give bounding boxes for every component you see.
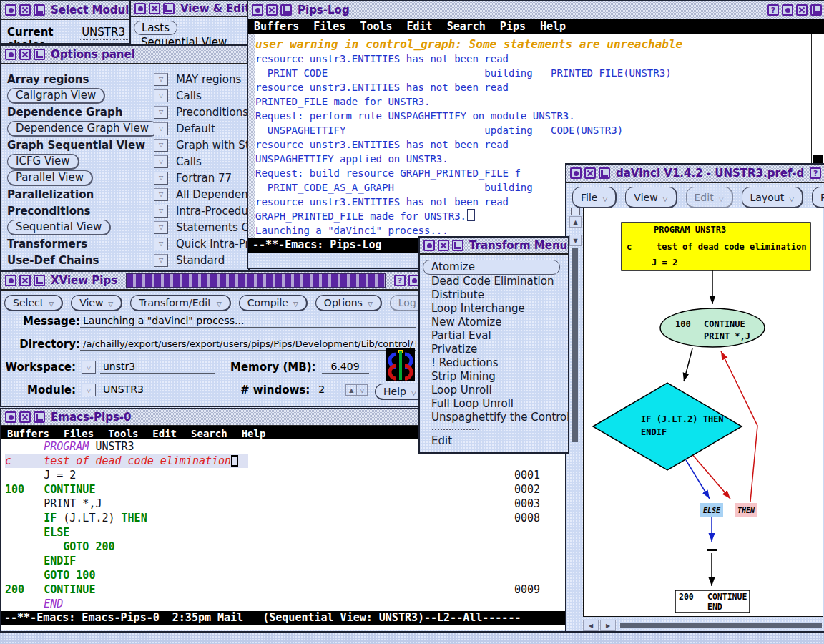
menu-pill-button[interactable]: Layout — [742, 187, 804, 208]
option-value[interactable]: Quick Intra-Proce — [176, 238, 250, 250]
menubar-item[interactable]: Tools — [108, 428, 138, 439]
help-icon[interactable] — [810, 167, 821, 179]
dropdown-menu-icon[interactable] — [154, 238, 168, 250]
dropdown-menu-icon[interactable] — [154, 254, 168, 267]
scrollbar-anchor[interactable] — [571, 208, 580, 215]
menu-pill-button[interactable]: View — [625, 187, 677, 208]
option-view-button[interactable]: Dependence Graph View — [7, 121, 158, 137]
junction-node[interactable] — [707, 549, 717, 551]
menubar-item[interactable]: Buffers — [254, 20, 299, 33]
dropdown-menu-icon[interactable] — [154, 221, 168, 234]
dropdown-menu-icon[interactable] — [154, 106, 168, 119]
windows-stepper[interactable]: ▲▽ — [345, 384, 368, 396]
window-menu-icon[interactable] — [252, 4, 263, 16]
window-menu-icon[interactable] — [423, 240, 435, 251]
window-minimize-icon[interactable] — [599, 167, 610, 179]
menu-item[interactable]: Distribute — [420, 288, 568, 301]
menu-item[interactable]: Lasts — [134, 21, 248, 35]
module-menu-icon[interactable] — [82, 384, 96, 396]
dropdown-menu-icon[interactable] — [154, 122, 168, 135]
module-value[interactable]: UNSTR3 — [100, 384, 215, 396]
options-panel-titlebar[interactable]: Options panel — [1, 46, 248, 64]
edge-cond-to-else[interactable] — [686, 460, 710, 499]
dropdown-menu-icon[interactable] — [154, 89, 168, 102]
menu-item[interactable]: Partial Eval — [420, 328, 568, 342]
window-menu-icon[interactable] — [5, 49, 16, 60]
code-buffer[interactable]: PROGRAM UNSTR3c test of dead code elimin… — [1, 439, 556, 611]
workspace-menu-icon[interactable] — [82, 361, 96, 374]
window-pin-icon[interactable] — [19, 411, 31, 423]
menu-item[interactable]: Loop Interchange — [420, 301, 568, 315]
menu-pill-button[interactable]: Select — [4, 295, 63, 311]
option-value[interactable]: Intra-Procedural A — [176, 205, 250, 218]
option-value[interactable]: Standard — [176, 254, 225, 267]
window-pin-icon[interactable] — [149, 3, 160, 14]
view-edit-titlebar[interactable]: View & Edit Me — [131, 1, 248, 17]
option-view-button[interactable]: Sequential View — [7, 220, 111, 235]
option-value[interactable]: MAY regions — [176, 73, 241, 86]
help-icon[interactable] — [767, 4, 779, 16]
option-view-button[interactable]: Parallel View — [7, 170, 93, 186]
option-value[interactable]: Graph with Statem — [176, 139, 250, 152]
option-view-button[interactable]: Parallelization — [7, 188, 94, 201]
edge-loop-to-cond[interactable] — [684, 348, 692, 381]
menubar-item[interactable]: Pips — [500, 20, 526, 33]
menu-item[interactable]: Atomize — [420, 260, 568, 274]
window-menu-icon[interactable] — [134, 3, 146, 14]
window-pin-icon[interactable] — [19, 49, 31, 60]
scrollbar-thumb[interactable] — [572, 248, 578, 442]
directory-value[interactable]: /a/chailly/export/users/export/users/pip… — [80, 338, 416, 351]
option-view-button[interactable]: Dependence Graph — [7, 106, 122, 119]
scroll-down-icon[interactable]: ▼ — [569, 235, 582, 246]
window-menu-icon[interactable] — [5, 275, 16, 286]
window-minimize-icon[interactable] — [810, 4, 822, 16]
menu-item[interactable]: Privatize — [420, 342, 568, 356]
scroll-right-icon[interactable]: ▶ — [600, 620, 616, 631]
option-view-button[interactable]: Preconditions — [7, 205, 91, 218]
window-pin-icon[interactable] — [266, 4, 278, 16]
option-value[interactable]: Fortran 77 — [176, 172, 232, 185]
window-pin-icon[interactable] — [438, 240, 449, 251]
menu-pill-button[interactable]: View — [71, 295, 122, 311]
option-view-button[interactable]: Graph Sequential View — [7, 139, 145, 152]
option-value[interactable]: Calls — [176, 89, 202, 102]
help-button[interactable]: Help — [375, 384, 425, 400]
dropdown-menu-icon[interactable] — [154, 172, 168, 185]
option-value[interactable]: Statements Only — [176, 221, 250, 234]
dropdown-menu-icon[interactable] — [154, 155, 168, 168]
menu-item[interactable]: ! Reductions — [420, 356, 568, 369]
window-pin-icon[interactable] — [796, 4, 808, 16]
window-menu-icon[interactable] — [782, 4, 793, 16]
windows-value[interactable]: 2 — [315, 384, 341, 396]
dropdown-menu-icon[interactable] — [154, 139, 168, 152]
window-minimize-icon[interactable] — [34, 411, 45, 423]
davinci-graph-canvas[interactable]: PROGRAM UNSTR3 c test of dead code elimi… — [583, 208, 823, 617]
window-minimize-icon[interactable] — [34, 275, 45, 286]
dropdown-menu-icon[interactable] — [154, 188, 168, 201]
menu-item[interactable]: Dead Code Elimination — [420, 274, 568, 288]
menu-item[interactable]: Unspaghettify the Control Gra — [420, 410, 568, 424]
edge-cond-to-then[interactable] — [691, 453, 730, 499]
graph-vertical-scrollbar[interactable]: ▲ ▼ — [569, 208, 581, 617]
window-pin-icon[interactable] — [19, 4, 31, 16]
menubar-item[interactable]: Files — [64, 428, 94, 439]
workspace-value[interactable]: unstr3 — [100, 361, 215, 374]
menu-item[interactable]: Strip Mining — [420, 369, 568, 383]
option-view-button[interactable]: Array regions — [7, 73, 89, 86]
transform-menu-titlebar[interactable]: Transform Menu — [420, 238, 568, 255]
option-view-button[interactable]: ICFG View — [7, 154, 79, 170]
window-minimize-icon[interactable] — [34, 4, 45, 16]
menubar-item[interactable]: Search — [447, 20, 486, 33]
menu-item[interactable]: Full Loop Unroll — [420, 396, 568, 410]
option-value[interactable]: Default — [176, 122, 215, 135]
emacs-minibuffer[interactable] — [1, 625, 568, 630]
xview-titlebar[interactable]: XView Pips — [1, 272, 423, 291]
select-module-titlebar[interactable]: Select Module — [1, 1, 131, 20]
current-choice-value[interactable]: UNSTR3 — [80, 26, 131, 40]
window-pin-icon[interactable] — [19, 275, 31, 286]
scroll-left-icon[interactable]: ◀ — [583, 620, 599, 631]
condition-node[interactable] — [593, 383, 742, 470]
graph-horizontal-scrollbar[interactable]: ◀ ▶ — [583, 620, 822, 631]
davinci-titlebar[interactable]: daVinci V1.4.2 - UNSTR3.pref-d — [566, 165, 824, 183]
window-pin-icon[interactable] — [584, 167, 596, 179]
